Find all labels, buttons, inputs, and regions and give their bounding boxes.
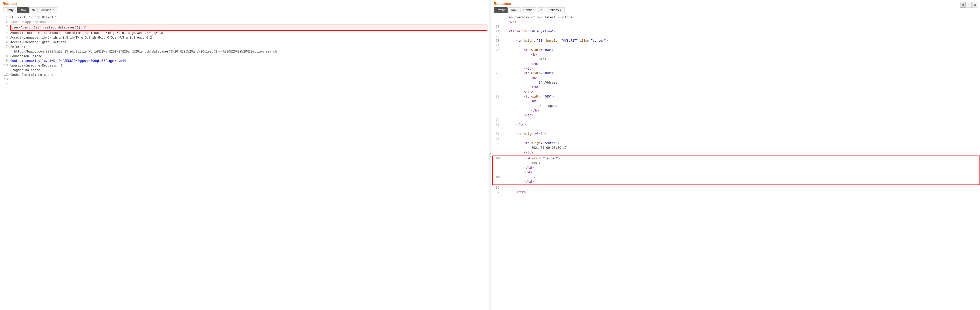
resp-line-75e: </td> [492, 67, 980, 71]
tab-response-pretty[interactable]: Pretty [494, 7, 508, 13]
resp-line-75c: Date [492, 57, 980, 62]
grid-view-button[interactable]: ⊞ [960, 2, 966, 8]
actions-label: Actions [41, 8, 51, 12]
resp-line-80: 80 [492, 127, 980, 132]
resp-line-85: 85 123 [493, 175, 980, 180]
tab-request-pretty[interactable]: Pretty [3, 7, 16, 13]
request-line-9: 9 Cookie: security_level=0; PHPSESSID=8g… [0, 59, 489, 64]
resp-line-76c: IP Address [492, 81, 980, 85]
resp-line-83: 83 <td align="center"> [492, 141, 980, 146]
resp-line-70: 70 [492, 25, 980, 29]
resp-line-76: 76 <td width="100"> [492, 71, 980, 76]
request-line-1: 1 GET /sqli_17.php HTTP/1.1 [0, 15, 489, 20]
resp-line-77d: </b> [492, 108, 980, 113]
resp-line-78: 78 [492, 118, 980, 122]
chevron-down-icon: ▼ [52, 9, 54, 11]
tab-request-raw[interactable]: Raw [17, 7, 29, 13]
panel-divider[interactable]: ⋮ [489, 0, 491, 310]
resp-line-intro2: </p> [492, 20, 980, 25]
request-line-12: 12 Cache-Control: no-cache [0, 73, 489, 77]
resp-line-87: 87 </tr> [492, 190, 980, 195]
tab-response-n[interactable]: \n [537, 7, 545, 13]
response-red-box: 84 <td align="center"> bWAPP </td> [492, 156, 980, 185]
resp-line-77e: </td> [492, 113, 980, 118]
resp-line-intro1: An overview of our latest visitors: [492, 15, 980, 20]
tab-response-raw[interactable]: Raw [508, 7, 520, 13]
response-panel-header: Response Pretty Raw Render \n Actions ▼ [491, 0, 980, 14]
resp-line-83c: </td> [492, 150, 980, 155]
tab-request-actions[interactable]: Actions ▼ [38, 7, 57, 13]
request-panel: Request Pretty Raw \n Actions ▼ 1 GET /s… [0, 0, 489, 310]
tab-response-render[interactable]: Render [520, 7, 536, 13]
resp-line-81: 81 <tr height="40"> [492, 132, 980, 137]
request-code-area[interactable]: 1 GET /sqli_17.php HTTP/1.1 2 Host: bwap… [0, 14, 489, 310]
request-line-6: 6 Accept-Encoding: gzip, deflate [0, 40, 489, 45]
request-line-3: 3 User-Agent: 123',(select database()));… [0, 25, 489, 31]
request-line-8: 8 Connection: close [0, 54, 489, 59]
response-chevron-down-icon: ▼ [560, 9, 562, 11]
response-actions-label: Actions [549, 8, 558, 12]
resp-line-84b: bWAPP [493, 161, 980, 165]
resp-line-74: 74 [492, 43, 980, 48]
response-title: Response [494, 2, 978, 6]
resp-line-85b: </td> [493, 180, 980, 184]
request-line-5: 5 Accept-Language: zh-CN,zh;q=0.8,zh-TW;… [0, 35, 489, 40]
resp-line-84d: <td> [493, 170, 980, 175]
resp-line-77: 77 <td width="465"> [492, 94, 980, 99]
request-line-7b: http://bwapp.com:8888/sqli_15.php?title=… [0, 49, 489, 54]
response-panel: Response Pretty Raw Render \n Actions ▼ … [491, 0, 980, 310]
resp-line-75: 75 <td width="100"> [492, 48, 980, 52]
response-code-area[interactable]: An overview of our latest visitors: </p>… [491, 14, 980, 310]
request-line-7a: 7 Referer: [0, 45, 489, 49]
resp-line-79: 79 </tr> [492, 122, 980, 127]
resp-line-72: 72 [492, 34, 980, 38]
request-line-14: 14 [0, 82, 489, 87]
request-line-13: 13 [0, 77, 489, 82]
tab-response-actions[interactable]: Actions ▼ [546, 7, 565, 13]
main-container: ⊞ ☰ ≡ Request Pretty Raw \n Actions ▼ 1 … [0, 0, 980, 310]
resp-line-76d: </b> [492, 85, 980, 90]
request-line-2: 2 Host: bwapp.com:8888 [0, 20, 489, 25]
resp-line-86: 86 [492, 186, 980, 190]
request-line-11: 11 Pragma: no-cache [0, 68, 489, 73]
resp-line-73: 73 <tr height="30" bgcolor="#ffb717" ali… [492, 38, 980, 43]
resp-line-71: 71 <table id="table_yellow"> [492, 29, 980, 34]
request-line-10: 10 Upgrade-Insecure-Requests: 1 [0, 64, 489, 68]
resp-line-82: 82 [492, 137, 980, 141]
resp-line-76e: </td> [492, 90, 980, 94]
request-tab-bar: Pretty Raw \n Actions ▼ [3, 7, 486, 13]
menu-view-button[interactable]: ≡ [972, 2, 978, 8]
request-line-4: 4 Accept: text/html,application/xhtml+xm… [0, 31, 489, 35]
response-tab-bar: Pretty Raw Render \n Actions ▼ [494, 7, 978, 13]
request-title: Request [3, 2, 486, 6]
list-view-button[interactable]: ☰ [966, 2, 972, 8]
resp-line-77b: <b> [492, 99, 980, 104]
corner-buttons: ⊞ ☰ ≡ [960, 2, 978, 8]
resp-line-77c: User-Agent [492, 104, 980, 108]
resp-line-83b: 2021-01-09 08:30:17 [492, 146, 980, 150]
resp-line-84c: </td> [493, 165, 980, 170]
response-content: An overview of our latest visitors: </p>… [491, 14, 980, 310]
resp-line-75b: <b> [492, 52, 980, 57]
request-panel-header: Request Pretty Raw \n Actions ▼ [0, 0, 489, 14]
tab-request-n[interactable]: \n [29, 7, 38, 13]
resp-line-76b: <b> [492, 76, 980, 81]
resp-line-75d: </b> [492, 62, 980, 67]
resp-line-84: 84 <td align="center"> [493, 156, 980, 161]
